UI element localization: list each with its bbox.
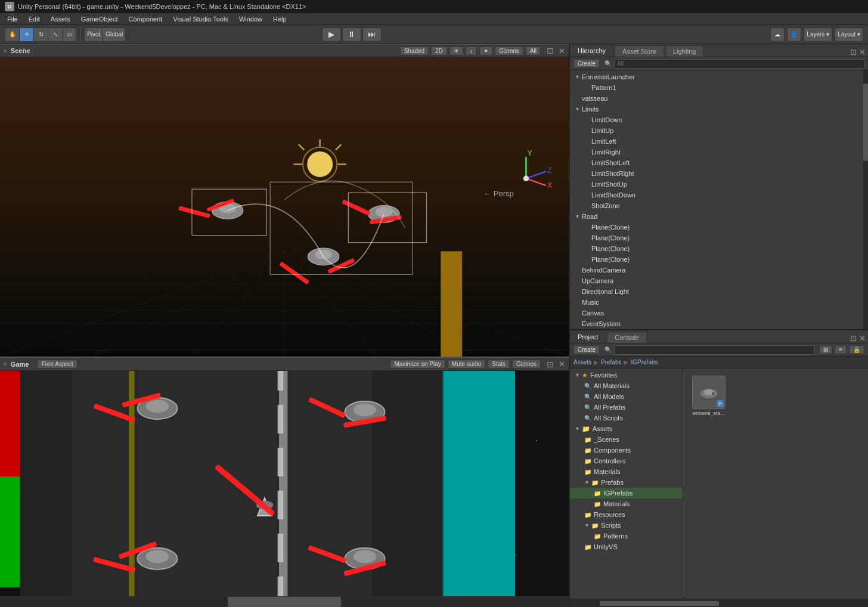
aspect-btn[interactable]: Free Aspect <box>37 360 77 368</box>
hierarchy-item-16[interactable]: Plane(Clone) <box>570 243 868 254</box>
asset-item-ennemi[interactable]: P ennemi_sta... <box>688 373 730 419</box>
layout-btn[interactable]: Layout ▾ <box>835 27 863 42</box>
igprefabs-item[interactable]: 📁 IGPrefabs <box>570 488 683 498</box>
hierarchy-maximize-btn[interactable]: ⊡ <box>850 48 857 57</box>
materials-item[interactable]: 📁 Materials <box>570 466 683 477</box>
hierarchy-item-3[interactable]: ▼Limits <box>570 104 868 114</box>
tab-project[interactable]: Project <box>570 331 606 343</box>
project-close-btn[interactable]: ✕ <box>859 334 866 343</box>
project-create-btn[interactable]: Create <box>574 345 600 354</box>
menu-component[interactable]: Component <box>123 14 167 24</box>
assets-root-item[interactable]: ▼ 📁 Assets <box>570 423 683 434</box>
global-btn[interactable]: Global <box>103 27 126 42</box>
hierarchy-item-23[interactable]: EventSystem <box>570 318 868 329</box>
all-materials-item[interactable]: 🔍 All Materials <box>570 380 683 391</box>
components-item[interactable]: 📁 Components <box>570 445 683 456</box>
breadcrumb-assets[interactable]: Assets <box>574 359 591 366</box>
hierarchy-scrollbar[interactable] <box>863 70 868 329</box>
scene-audio-btn[interactable]: ♪ <box>466 47 477 55</box>
project-list-view-btn[interactable]: ≡ <box>835 345 847 354</box>
menu-gameobject[interactable]: GameObject <box>76 14 123 24</box>
patterns-item[interactable]: 📁 Patterns <box>570 531 683 541</box>
project-horizontal-scrollbar[interactable] <box>570 599 868 607</box>
account-btn[interactable]: 👤 <box>787 27 801 42</box>
rotate-tool-btn[interactable]: ↻ <box>33 27 48 42</box>
scale-tool-btn[interactable]: ⤡ <box>48 27 62 42</box>
hierarchy-item-10[interactable]: LimitShotUp <box>570 179 868 190</box>
game-close-btn[interactable]: ✕ <box>559 360 565 368</box>
hierarchy-item-4[interactable]: LimitDown <box>570 114 868 125</box>
tab-asset-store[interactable]: Asset Store <box>615 45 664 57</box>
rect-tool-btn[interactable]: ▭ <box>62 27 76 42</box>
play-btn[interactable]: ▶ <box>322 27 341 42</box>
hand-tool-btn[interactable]: ✋ <box>5 27 19 42</box>
hierarchy-item-15[interactable]: Plane(Clone) <box>570 233 868 243</box>
move-tool-btn[interactable]: ✛ <box>19 27 33 42</box>
layers-btn[interactable]: Layers ▾ <box>804 27 832 42</box>
menu-edit[interactable]: Edit <box>24 14 45 24</box>
project-scrollbar-thumb[interactable] <box>600 601 719 606</box>
scene-close-btn[interactable]: ✕ <box>559 47 565 55</box>
hierarchy-item-5[interactable]: LimitUp <box>570 125 868 136</box>
scene-fx-btn[interactable]: ✦ <box>479 47 492 55</box>
hierarchy-close-btn[interactable]: ✕ <box>859 48 866 57</box>
game-horizontal-scrollbar[interactable] <box>0 596 569 607</box>
all-models-item[interactable]: 🔍 All Models <box>570 391 683 402</box>
project-icon-view-btn[interactable]: ⊞ <box>819 345 832 354</box>
hierarchy-item-1[interactable]: Pattern1 <box>570 82 868 93</box>
hierarchy-item-12[interactable]: ShotZone <box>570 200 868 211</box>
cloud-btn[interactable]: ☁ <box>770 27 785 42</box>
pivot-btn[interactable]: Pivot <box>84 27 103 42</box>
hierarchy-item-8[interactable]: LimitShotLeft <box>570 157 868 168</box>
stats-btn[interactable]: Stats <box>488 360 510 368</box>
breadcrumb-prefabs[interactable]: Prefabs <box>601 359 621 366</box>
project-maximize-btn[interactable]: ⊡ <box>850 334 857 343</box>
shading-mode-btn[interactable]: Shaded <box>400 47 429 55</box>
game-maximize-btn[interactable]: ⊡ <box>547 360 554 369</box>
2d-btn[interactable]: 2D <box>431 47 447 55</box>
tab-lighting[interactable]: Lighting <box>665 45 704 57</box>
tab-console[interactable]: Console <box>607 332 646 343</box>
menu-assets[interactable]: Assets <box>46 14 75 24</box>
all-scripts-item[interactable]: 🔍 All Scripts <box>570 413 683 423</box>
hierarchy-item-2[interactable]: vaisseau <box>570 93 868 104</box>
hierarchy-item-20[interactable]: Directional Light <box>570 286 868 297</box>
maximize-on-play-btn[interactable]: Maximize on Play <box>390 360 445 368</box>
menu-help[interactable]: Help <box>268 14 292 24</box>
controllers-item[interactable]: 📁 Controllers <box>570 456 683 466</box>
hierarchy-item-21[interactable]: Music <box>570 297 868 308</box>
project-search-input[interactable] <box>614 345 814 355</box>
mute-audio-btn[interactable]: Mute audio <box>448 360 485 368</box>
hierarchy-item-14[interactable]: Plane(Clone) <box>570 222 868 233</box>
resources-item[interactable]: 📁 Resources <box>570 509 683 520</box>
hierarchy-item-6[interactable]: LimitLeft <box>570 136 868 147</box>
scripts-item[interactable]: ▼ 📁 Scripts <box>570 520 683 531</box>
menu-file[interactable]: File <box>2 14 23 24</box>
scenes-item[interactable]: 📁 _Scenes <box>570 434 683 445</box>
pause-btn[interactable]: ⏸ <box>342 27 361 42</box>
prefabs-item[interactable]: ▼ 📁 Prefabs <box>570 477 683 488</box>
hierarchy-item-19[interactable]: UpCamera <box>570 275 868 286</box>
breadcrumb-igprefabs[interactable]: IGPrefabs <box>631 359 658 366</box>
all-prefabs-item[interactable]: 🔍 All Prefabs <box>570 402 683 413</box>
project-lock-btn[interactable]: 🔒 <box>849 345 864 354</box>
hierarchy-item-13[interactable]: ▼Road <box>570 211 868 222</box>
game-gizmos-btn[interactable]: Gizmos <box>512 360 541 368</box>
tab-hierarchy[interactable]: Hierarchy <box>570 45 613 57</box>
prefabs-materials-item[interactable]: 📁 Materials <box>570 498 683 509</box>
hierarchy-search-input[interactable] <box>614 59 864 69</box>
gizmos-btn[interactable]: Gizmos <box>495 47 523 55</box>
hierarchy-item-9[interactable]: LimitShotRight <box>570 168 868 179</box>
menu-window[interactable]: Window <box>234 14 267 24</box>
menu-visual-studio-tools[interactable]: Visual Studio Tools <box>168 14 233 24</box>
hierarchy-item-0[interactable]: ▼EnnemisLauncher <box>570 72 868 82</box>
unityvs-item[interactable]: 📁 UnityVS <box>570 541 683 552</box>
favorites-item[interactable]: ▼ ★ Favorites <box>570 370 683 380</box>
step-btn[interactable]: ⏭ <box>362 27 382 42</box>
hierarchy-item-7[interactable]: LimitRight <box>570 147 868 157</box>
hierarchy-item-17[interactable]: Plane(Clone) <box>570 254 868 265</box>
hierarchy-item-11[interactable]: LimitShotDown <box>570 190 868 200</box>
scene-maximize-btn[interactable]: ⊡ <box>547 46 554 55</box>
scene-canvas[interactable]: Y X Z ← Persp <box>0 57 569 357</box>
scene-all-btn[interactable]: All <box>526 47 541 55</box>
